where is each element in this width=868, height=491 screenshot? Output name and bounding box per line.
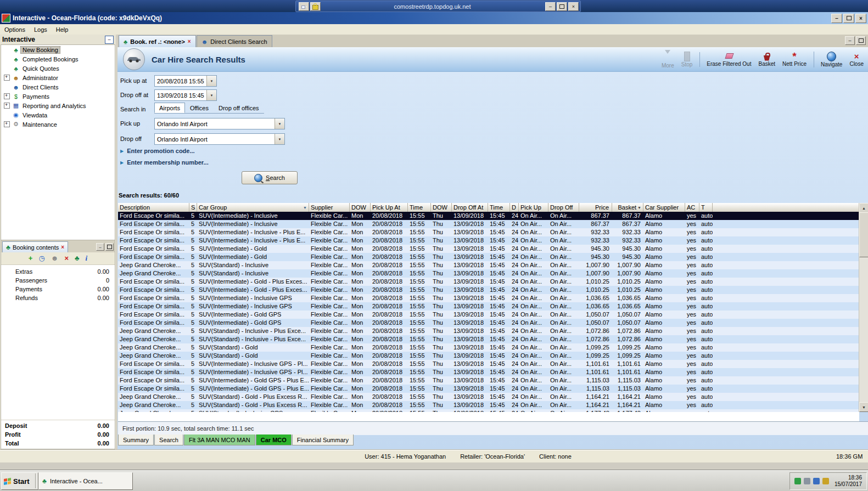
column-header[interactable]: Description (118, 203, 189, 212)
table-row[interactable]: Ford Escape Or simila... 5 SUV(Intermedi… (118, 368, 859, 376)
search-in-tab[interactable]: Airports (154, 103, 185, 113)
delete-icon[interactable]: × (64, 255, 69, 262)
toolbar-button[interactable]: Basket (758, 52, 775, 67)
chevron-down-icon[interactable]: ▼ (206, 90, 216, 100)
column-header[interactable]: Car Group ▼ (197, 203, 309, 212)
window-minimize-button[interactable]: – (831, 14, 842, 23)
table-row[interactable]: Jeep Grand Cheroke... 5 SUV(Standard) - … (118, 401, 859, 409)
toolbar-button[interactable]: Erase Filtered Out (699, 52, 751, 67)
table-row[interactable]: Ford Escape Or simila... 5 SUV(Intermedi… (118, 236, 859, 245)
expander-plus-icon[interactable] (4, 121, 10, 127)
tree-item[interactable]: ♣ Quick Quotes (1, 64, 115, 73)
panel-float-icon[interactable] (105, 243, 114, 251)
list-item[interactable]: Extras 0.00 (1, 267, 115, 276)
expander-plus-icon[interactable] (4, 75, 10, 81)
column-header[interactable]: AC (685, 203, 699, 212)
table-row[interactable]: Ford Escape Or simila... 5 SUV(Intermedi… (118, 376, 859, 385)
tree-item[interactable]: ☻ Direct Clients (1, 82, 115, 92)
start-button[interactable]: Start (1, 472, 38, 490)
column-header[interactable]: Time (408, 203, 431, 212)
table-row[interactable]: Ford Escape Or simila... 5 SUV(Intermedi… (118, 212, 859, 220)
user-edit-icon[interactable]: ☻ (51, 255, 59, 262)
dropoff-at-combo[interactable]: 13/09/2018 15:45 ▼ (154, 89, 217, 101)
column-header[interactable]: DOW (350, 203, 371, 212)
tree-item[interactable]: ◉ Viewdata (1, 110, 115, 120)
tree-item[interactable]: ▦ Reporting and Analytics (1, 101, 115, 110)
pickup-at-combo[interactable]: 20/08/2018 15:55 ▼ (154, 75, 217, 87)
table-row[interactable]: Ford Escape Or simila... 5 SUV(Intermedi… (118, 311, 859, 319)
tree-item[interactable]: $ Payments (1, 92, 115, 101)
column-header[interactable]: D (510, 203, 519, 212)
list-item[interactable]: Passengers 0 (1, 276, 115, 285)
column-header[interactable]: DOW (431, 203, 452, 212)
menu-item[interactable]: Help (52, 25, 73, 34)
rdp-close-button[interactable]: × (568, 2, 579, 11)
column-header[interactable]: Basket ▼ (612, 203, 643, 212)
column-header[interactable]: Car Supplier (643, 203, 685, 212)
tree-item[interactable]: ♣ Completed Bookings (1, 54, 115, 64)
table-row[interactable]: Jeep Grand Cheroke... 5 SUV(Standard) - … (118, 335, 859, 343)
booking-contents-tab[interactable]: ♣ Booking contents × (2, 241, 68, 252)
panel-minimize-icon[interactable]: – (96, 243, 104, 251)
menu-item[interactable]: Options (0, 25, 30, 34)
table-row[interactable]: Jeep Grand Cheroke... 5 SUV(Standard) - … (118, 343, 859, 352)
bottom-tab[interactable]: Financial Summary (292, 434, 354, 445)
chevron-down-icon[interactable]: ▼ (275, 134, 284, 144)
tree-item[interactable]: ♣ New Booking (1, 45, 115, 54)
toolbar-button[interactable]: × Close (849, 52, 864, 67)
column-header[interactable]: Pick Up (519, 203, 548, 212)
tray-network-icon[interactable] (813, 478, 820, 484)
rdp-restore-button[interactable] (557, 2, 567, 11)
table-row[interactable]: Ford Escape Or simila... 5 SUV(Intermedi… (118, 245, 859, 253)
bottom-tab[interactable]: Summary (118, 434, 154, 445)
column-header[interactable]: Drop Off At (452, 203, 488, 212)
close-tab-icon[interactable]: × (61, 244, 64, 250)
promotion-code-toggle[interactable]: ▶ Enter promotion code... (120, 148, 195, 154)
table-row[interactable]: Jeep Grand Cheroke... 5 SUV(Standard) - … (118, 269, 859, 278)
table-row[interactable]: Ford Escape Or simila... 5 SUV(Intermedi… (118, 319, 859, 327)
toolbar-button[interactable]: Stop (681, 52, 693, 67)
table-row[interactable]: Jeep Grand Cheroke... 5 SUV(Standard) - … (118, 261, 859, 269)
pickup-location-combo[interactable]: Orlando Intl Airport ▼ (154, 118, 285, 129)
column-header[interactable]: Supplier (309, 203, 350, 212)
toolbar-button[interactable]: * Nett Price (782, 52, 807, 67)
window-maximize-button[interactable] (843, 14, 854, 23)
chevron-down-icon[interactable]: ▼ (206, 76, 216, 86)
rdp-security-button[interactable] (310, 2, 321, 11)
table-row[interactable]: Jeep Grand Cheroke... 5 SUV(Standard) - … (118, 327, 859, 335)
scrollbar-thumb[interactable] (859, 212, 868, 257)
document-tab[interactable]: ♣ Book. ref .: <none> × (119, 35, 196, 47)
vertical-scrollbar[interactable]: ▲ ▼ (859, 203, 868, 412)
search-button[interactable]: Search (242, 171, 298, 184)
table-row[interactable]: Ford Escape Or simila... 5 SUV(Intermedi… (118, 286, 859, 294)
window-close-button[interactable]: × (855, 14, 866, 23)
mdi-minimize-button[interactable]: – (845, 36, 855, 45)
column-header[interactable]: Price (579, 203, 612, 212)
toolbar-button[interactable]: Navigate (814, 52, 842, 67)
scroll-down-icon[interactable]: ▼ (859, 402, 868, 412)
table-row[interactable]: Jeep Grand Cheroke... 5 SUV(Standard) - … (118, 352, 859, 360)
tree-item[interactable]: ☻ Administrator (1, 73, 115, 82)
table-row[interactable]: Ford Escape Or simila... 5 SUV(Intermedi… (118, 253, 859, 261)
close-tab-icon[interactable]: × (188, 38, 191, 44)
tray-updates-icon[interactable] (822, 478, 829, 484)
rdp-minimize-button[interactable]: – (545, 2, 556, 11)
table-row[interactable]: Ford Escape Or simila... 5 SUV(Intermedi… (118, 220, 859, 228)
filter-icon[interactable]: ▼ (303, 206, 307, 210)
sort-icon[interactable]: ▼ (637, 206, 641, 210)
column-header[interactable]: S (189, 203, 197, 212)
column-header[interactable]: Time (488, 203, 510, 212)
column-header[interactable]: T (699, 203, 713, 212)
table-row[interactable]: Jeep Grand Cheroke... 5 SUV(Standard) - … (118, 393, 859, 401)
search-in-tab[interactable]: Offices (185, 103, 214, 113)
info-icon[interactable]: i (86, 255, 88, 262)
rdp-pin-button[interactable] (299, 2, 309, 11)
tray-antivirus-icon[interactable] (794, 478, 801, 484)
expander-plus-icon[interactable] (4, 103, 10, 109)
chevron-down-icon[interactable]: ▼ (275, 118, 284, 129)
palm-tree-icon[interactable]: ♣ (75, 255, 80, 262)
scroll-up-icon[interactable]: ▲ (859, 203, 868, 213)
list-item[interactable]: Refunds 0.00 (1, 294, 115, 302)
table-row[interactable]: Ford Escape Or simila... 5 SUV(Intermedi… (118, 360, 859, 368)
document-tab[interactable]: ☻ Direct Clients Search × (197, 35, 272, 47)
